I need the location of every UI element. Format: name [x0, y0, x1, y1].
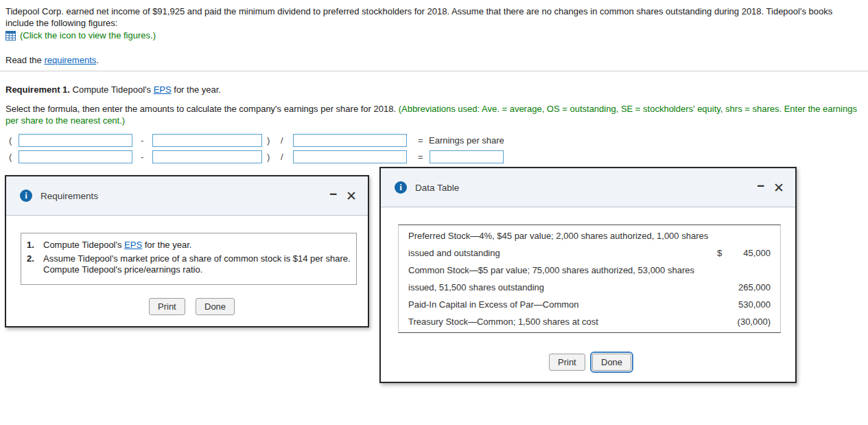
close-paren-row2: ) [267, 152, 270, 162]
requirements-link[interactable]: requirements [44, 55, 96, 65]
eps-link[interactable]: EPS [154, 84, 172, 95]
requirement-1-post: for the year. [172, 84, 221, 95]
problem-statement: Tidepool Corp. earned net income of $91,… [5, 5, 851, 29]
window-controls: − ✕ [757, 181, 784, 194]
divide-row1: / [281, 135, 283, 146]
window-controls: − ✕ [329, 189, 357, 203]
row-amount [728, 227, 780, 244]
data-table-dialog: i Data Table − ✕ Preferred Stock—4%, $45… [379, 167, 797, 383]
minus-row2: - [141, 152, 143, 162]
minus-row1: - [141, 135, 143, 146]
requirement-item-1: 1. Compute Tidepool's EPS for the year. [27, 240, 351, 251]
open-paren-row1: ( [9, 135, 12, 146]
formula-row2-numerator-right-input[interactable] [152, 150, 262, 163]
table-row: issued and outstanding $ 45,000 [399, 244, 780, 262]
view-figures-caption: (Click the icon to view the figures.) [20, 30, 156, 41]
minimize-icon[interactable]: − [757, 179, 764, 192]
formula-row1-numerator-right-input[interactable] [152, 134, 262, 147]
row-currency [717, 279, 728, 296]
requirement-1-heading: Requirement 1. Compute Tidepool's EPS fo… [5, 84, 221, 95]
requirement-1-label: Requirement 1. [5, 84, 70, 95]
close-icon[interactable]: ✕ [346, 189, 357, 203]
table-row: Paid-In Capital in Excess of Par—Common … [399, 296, 780, 313]
table-row: Preferred Stock—4%, $45 par value; 2,000… [399, 227, 780, 244]
row-label: Preferred Stock—4%, $45 par value; 2,000… [399, 227, 717, 244]
divide-row2: / [281, 152, 283, 162]
requirement-item-1-number: 1. [27, 240, 43, 251]
row-currency: $ [717, 244, 728, 262]
requirements-dialog-titlebar: i Requirements − ✕ [6, 176, 368, 216]
row-currency [717, 262, 728, 279]
instruction-text: Select the formula, then enter the amoun… [5, 104, 863, 126]
done-button[interactable]: Done [592, 354, 631, 371]
read-requirements-line: Read the requirements. [5, 55, 99, 65]
formula-row2-numerator-left-input[interactable] [19, 150, 132, 163]
close-paren-row1: ) [267, 135, 270, 146]
equals-row1: = [418, 135, 423, 146]
row-amount: 530,000 [728, 296, 780, 313]
row-label: issued and outstanding [399, 244, 717, 262]
requirement-item-2-number: 2. [27, 253, 43, 276]
section-divider [0, 71, 868, 71]
row-label: issued, 51,500 shares outstanding [399, 279, 717, 296]
requirement-item-1-text: Compute Tidepool's EPS for the year. [43, 240, 351, 251]
row-amount: 265,000 [728, 279, 780, 296]
close-icon[interactable]: ✕ [773, 181, 784, 194]
requirements-dialog: i Requirements − ✕ 1. Compute Tidepool's… [5, 175, 369, 328]
requirement-item-2: 2. Assume Tidepool's market price of a s… [27, 253, 351, 276]
row-label: Common Stock—$5 par value; 75,000 shares… [399, 262, 717, 279]
data-table-dialog-titlebar: i Data Table − ✕ [381, 168, 795, 207]
read-suffix: . [96, 55, 99, 65]
print-button[interactable]: Print [149, 298, 185, 315]
row-currency [717, 296, 728, 313]
data-table-dialog-title: Data Table [415, 183, 459, 193]
eps-link[interactable]: EPS [124, 240, 142, 250]
info-icon: i [20, 189, 32, 202]
requirement-item-2-text: Assume Tidepool's market price of a shar… [43, 253, 351, 276]
row-amount: 45,000 [728, 244, 780, 262]
row-currency [717, 313, 728, 330]
requirement-item-1-post: for the year. [142, 240, 191, 250]
requirement-item-1-pre: Compute Tidepool's [43, 240, 124, 250]
stock-figures-table: Preferred Stock—4%, $45 par value; 2,000… [398, 225, 781, 333]
info-icon: i [395, 181, 407, 194]
formula-row1-numerator-left-input[interactable] [19, 134, 132, 147]
row-amount [728, 262, 780, 279]
row-amount: (30,000) [728, 313, 780, 330]
row-currency [717, 227, 728, 244]
minimize-icon[interactable]: − [329, 187, 337, 200]
formula-row1-denominator-input[interactable] [293, 134, 407, 147]
open-paren-row2: ( [9, 152, 12, 162]
table-row: Common Stock—$5 par value; 75,000 shares… [399, 262, 780, 279]
print-button[interactable]: Print [549, 354, 585, 371]
instruction-black: Select the formula, then enter the amoun… [5, 104, 399, 114]
table-row: issued, 51,500 shares outstanding 265,00… [399, 279, 780, 296]
requirement-1-pre: Compute Tidepool's [70, 84, 154, 95]
data-table-icon[interactable] [5, 31, 16, 41]
formula-row2-result-input[interactable] [430, 150, 504, 163]
requirements-list-box: 1. Compute Tidepool's EPS for the year. … [21, 233, 357, 285]
equals-row2: = [418, 152, 423, 162]
row-label: Paid-In Capital in Excess of Par—Common [399, 296, 717, 313]
earnings-per-share-label: Earnings per share [429, 135, 504, 146]
read-prefix: Read the [5, 55, 44, 65]
requirements-dialog-title: Requirements [40, 191, 98, 201]
row-label: Treasury Stock—Common; 1,500 shares at c… [399, 313, 717, 330]
view-figures-line: (Click the icon to view the figures.) [5, 30, 156, 41]
done-button[interactable]: Done [196, 298, 235, 315]
formula-row2-denominator-input[interactable] [293, 150, 407, 163]
table-row: Treasury Stock—Common; 1,500 shares at c… [399, 313, 780, 330]
